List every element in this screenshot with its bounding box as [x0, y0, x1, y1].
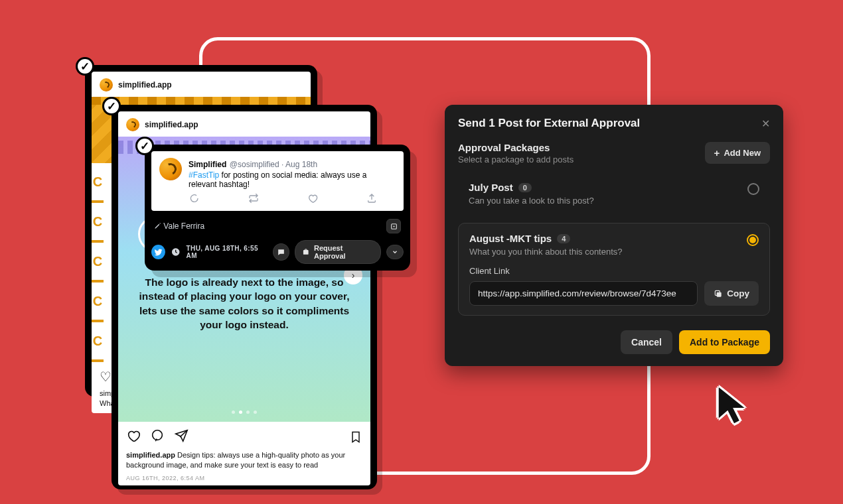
copy-button[interactable]: Copy	[704, 281, 759, 306]
client-link-label: Client Link	[469, 266, 759, 276]
bookmark-icon[interactable]	[349, 430, 362, 446]
tweet-handle: @sosimplified	[230, 160, 279, 169]
request-approval-button[interactable]: Request Approval	[295, 240, 381, 264]
caption-date: AUG 16TH, 2022, 6:54 AM	[126, 475, 362, 481]
heart-icon[interactable]: ♡	[100, 369, 112, 385]
chevron-down-icon[interactable]	[386, 245, 404, 259]
approval-modal: Send 1 Post for External Approval ✕ Appr…	[445, 105, 783, 366]
like-icon[interactable]	[307, 193, 318, 206]
simplified-logo-icon	[126, 118, 139, 131]
share-icon[interactable]	[174, 428, 189, 446]
close-icon[interactable]: ✕	[761, 117, 770, 130]
simplified-logo-icon	[100, 78, 113, 92]
post-handle: simplified.app	[118, 80, 172, 90]
package-name: July Post	[469, 182, 513, 193]
caption-handle: simplified.app	[126, 451, 175, 459]
comment-icon[interactable]	[273, 243, 289, 261]
package-count-badge: 0	[518, 183, 532, 192]
modal-title: Send 1 Post for External Approval	[458, 117, 640, 130]
svg-point-2	[393, 225, 394, 227]
package-desc: Can you take a look to this post?	[469, 196, 759, 206]
carousel-pager	[118, 410, 370, 414]
section-subtitle: Select a package to add posts	[458, 155, 574, 164]
covers-body: The logo is already next to the image, s…	[118, 275, 370, 332]
post-handle: simplified.app	[145, 120, 198, 129]
package-desc: What you you think about this contents?	[469, 247, 759, 257]
client-link-input[interactable]	[469, 281, 698, 306]
plus-icon: +	[714, 147, 720, 158]
tweet-schedule: THU, AUG 18TH, 6:55 AM	[187, 245, 268, 259]
package-item-july[interactable]: July Post 0 Can you take a look to this …	[458, 172, 770, 215]
tweet-date: Aug 18th	[285, 160, 317, 169]
add-to-package-button[interactable]: Add to Package	[679, 330, 770, 354]
cancel-button[interactable]: Cancel	[621, 330, 672, 354]
check-icon: ✓	[135, 137, 154, 155]
section-title: Approval Packages	[458, 142, 574, 153]
expand-icon[interactable]	[386, 219, 401, 233]
comment-icon[interactable]	[150, 428, 165, 446]
svg-rect-4	[717, 292, 722, 296]
tweet-name: Simplified	[189, 160, 226, 169]
tweet-card[interactable]: Simplified @sosimplified · Aug 18th #Fas…	[145, 145, 410, 271]
twitter-icon	[151, 245, 165, 259]
check-icon: ✓	[76, 57, 94, 76]
package-count-badge: 4	[557, 234, 570, 243]
svg-point-0	[153, 430, 163, 440]
reply-icon[interactable]	[189, 193, 199, 206]
tweet-hashtag[interactable]: #FastTip	[189, 170, 219, 180]
add-new-button[interactable]: + Add New	[705, 142, 770, 164]
copy-icon	[714, 289, 723, 298]
simplified-avatar-icon	[159, 158, 182, 180]
cursor-icon	[714, 385, 755, 428]
clock-icon	[171, 247, 181, 257]
package-item-august[interactable]: August -MKT tips 4 What you you think ab…	[458, 223, 770, 316]
stage: simplified.app CCCCC ♡ simplWha ✓ simpli…	[0, 0, 843, 504]
package-name: August -MKT tips	[469, 233, 552, 244]
radio-checked-icon[interactable]	[747, 234, 759, 246]
heart-icon[interactable]	[126, 428, 141, 446]
retweet-icon[interactable]	[248, 193, 260, 206]
check-icon: ✓	[102, 97, 121, 115]
tweet-author: Vale Ferrira	[163, 221, 204, 231]
radio-unchecked-icon[interactable]	[747, 183, 759, 195]
upload-icon[interactable]	[366, 193, 377, 206]
